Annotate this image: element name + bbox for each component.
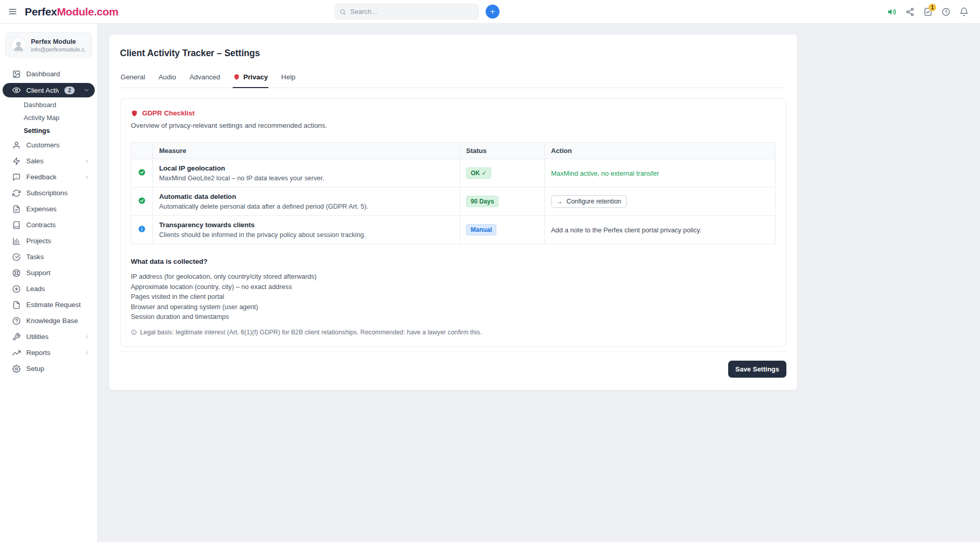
list-item: Approximate location (country, city) – n…: [131, 282, 776, 292]
status-badge: 90 Days: [466, 196, 498, 207]
subscriptions-icon: [12, 189, 21, 197]
logo-text-suffix: .com: [94, 6, 118, 18]
sidebar-item-setup[interactable]: Setup: [0, 361, 97, 377]
status-cell: Manual: [460, 216, 545, 244]
header-status: Status: [460, 143, 545, 159]
todo-check-icon[interactable]: 1: [923, 7, 933, 16]
action-cell: MaxMind active, no external transfer: [545, 159, 776, 188]
sidebar-item-label: Reports: [26, 349, 50, 357]
tab-label: General: [121, 73, 145, 81]
search-input[interactable]: [335, 4, 479, 20]
action-text: MaxMind active, no external transfer: [551, 170, 659, 177]
sidebar-subitem-settings[interactable]: Settings: [0, 124, 97, 137]
status-badge: Manual: [466, 224, 496, 235]
table-header-row: Measure Status Action: [131, 143, 776, 159]
sidebar-item-label: Knowledge Base: [26, 317, 78, 325]
save-settings-button[interactable]: Save Settings: [728, 361, 786, 378]
sidebar-item-estimate-request[interactable]: Estimate Request: [0, 297, 97, 313]
chevron-down-icon: [83, 87, 90, 93]
gdpr-table: Measure Status Action Local IP geolocati…: [131, 142, 776, 244]
sidebar-item-support[interactable]: Support: [0, 265, 97, 281]
row-icon-cell: [131, 188, 153, 216]
chevron-left-icon: [84, 174, 90, 180]
sidebar-item-tasks[interactable]: Tasks: [0, 249, 97, 265]
gdpr-title: GDPR Checklist: [142, 109, 195, 117]
measure-description: MaxMind GeoLite2 local – no IP data leav…: [159, 174, 453, 182]
sidebar-item-feedback[interactable]: Feedback: [0, 169, 97, 185]
header-measure: Measure: [153, 143, 460, 159]
sidebar-item-label: Support: [26, 269, 50, 277]
chevron-left-icon: [84, 158, 90, 164]
sidebar-item-projects[interactable]: Projects: [0, 233, 97, 249]
sidebar-item-customers[interactable]: Customers: [0, 137, 97, 153]
legal-note: Legal basis: legitimate interest (Art. 6…: [131, 329, 776, 336]
expenses-icon: [12, 205, 21, 213]
sales-icon: [12, 157, 21, 165]
navbar-actions: 1: [887, 7, 972, 16]
feedback-icon: [12, 173, 21, 181]
bell-icon[interactable]: [959, 7, 969, 16]
sidebar-item-label: Sales: [26, 157, 44, 165]
estimate-icon: [12, 301, 21, 309]
measure-cell: Local IP geolocationMaxMind GeoLite2 loc…: [153, 159, 460, 188]
menu-icon[interactable]: [8, 7, 17, 16]
row-icon-cell: [131, 216, 153, 244]
check-circle-icon: [138, 197, 146, 205]
sidebar-item-sales[interactable]: Sales: [0, 153, 97, 169]
collected-list: IP address (for geolocation, only countr…: [131, 272, 776, 322]
setup-icon: [12, 365, 21, 373]
avatar: [11, 37, 26, 53]
sidebar-item-leads[interactable]: Leads: [0, 281, 97, 297]
tabs: GeneralAudioAdvancedPrivacyHelp: [120, 69, 786, 88]
configure-retention-button[interactable]: →Configure retention: [551, 195, 627, 208]
list-item: IP address (for geolocation, only countr…: [131, 272, 776, 282]
legal-note-text: Legal basis: legitimate interest (Art. 6…: [140, 329, 482, 336]
sidebar-subitem-dashboard[interactable]: Dashboard: [0, 98, 97, 111]
user-profile-card[interactable]: Perfex Module info@perfexmodule.c...: [5, 32, 92, 58]
tab-advanced[interactable]: Advanced: [189, 69, 221, 88]
sidebar-item-knowledge-base[interactable]: Knowledge Base: [0, 313, 97, 329]
app-logo[interactable]: PerfexModule.com: [25, 6, 118, 18]
sidebar-item-subscriptions[interactable]: Subscriptions: [0, 185, 97, 201]
tab-privacy[interactable]: Privacy: [233, 69, 268, 88]
sidebar-item-label: Subscriptions: [26, 189, 67, 197]
measure-description: Clients should be informed in the privac…: [159, 231, 453, 239]
tab-audio[interactable]: Audio: [158, 69, 177, 88]
shield-icon: [131, 110, 138, 117]
collected-data-title: What data is collected?: [131, 258, 776, 265]
action-text: Add a note to the Perfex client portal p…: [551, 226, 701, 234]
sidebar-subitem-activity-map[interactable]: Activity Map: [0, 111, 97, 124]
volume-icon[interactable]: [887, 7, 897, 16]
utilities-icon: [12, 333, 21, 341]
knowledge-icon: [12, 317, 21, 325]
tab-general[interactable]: General: [120, 69, 146, 88]
tab-label: Privacy: [243, 73, 268, 81]
share-icon[interactable]: [905, 7, 915, 16]
info-icon: [131, 329, 137, 335]
sidebar-item-label: Customers: [26, 141, 60, 149]
quick-add-button[interactable]: [486, 5, 500, 19]
list-item: Pages visited in the client portal: [131, 292, 776, 302]
sidebar-item-contracts[interactable]: Contracts: [0, 217, 97, 233]
table-row: Local IP geolocationMaxMind GeoLite2 loc…: [131, 159, 776, 188]
main-content: Client Activity Tracker – Settings Gener…: [98, 24, 980, 542]
tab-help[interactable]: Help: [281, 69, 296, 88]
sidebar-item-client-activity[interactable]: Client Activity2: [3, 83, 95, 97]
sidebar-item-label: Contracts: [26, 221, 56, 229]
logo-text-dark: Perfex: [25, 6, 57, 18]
info-circle-icon: [138, 225, 146, 233]
row-icon-cell: [131, 159, 153, 188]
status-cell: 90 Days: [460, 188, 545, 216]
list-item: Browser and operating system (user agent…: [131, 302, 776, 312]
clock-icon[interactable]: [941, 7, 951, 16]
notification-count-badge: 1: [929, 4, 936, 11]
measure-cell: Automatic data deletionAutomatically del…: [153, 188, 460, 216]
tasks-icon: [12, 253, 21, 261]
sidebar-item-utilities[interactable]: Utilities: [0, 329, 97, 345]
measure-title: Local IP geolocation: [159, 164, 453, 172]
sidebar-item-reports[interactable]: Reports: [0, 345, 97, 361]
sidebar-item-label: Utilities: [26, 333, 48, 341]
sidebar-item-dashboard[interactable]: Dashboard: [0, 66, 97, 82]
user-name: Perfex Module: [31, 38, 87, 45]
sidebar-item-expenses[interactable]: Expenses: [0, 201, 97, 217]
